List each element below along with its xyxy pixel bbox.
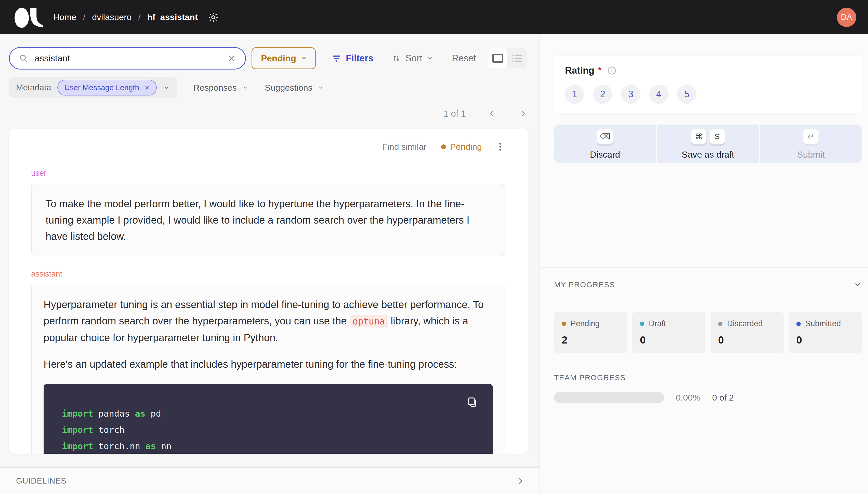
search-icon (19, 54, 28, 63)
rating-option-5[interactable]: 5 (677, 84, 697, 104)
keycap-icon: S (709, 129, 725, 144)
sort-icon (392, 54, 401, 63)
chevron-down-icon (853, 280, 862, 289)
metadata-dropdown-chevron-icon[interactable] (163, 84, 170, 91)
code-line: import pandas as pd (62, 405, 478, 422)
chevron-down-icon (301, 55, 307, 62)
stat-head: Pending (562, 319, 620, 328)
stat-card-pending: Pending2 (554, 312, 627, 353)
keycap-icon: ↵ (803, 129, 819, 144)
rating-option-4[interactable]: 4 (649, 84, 668, 104)
filters-button[interactable]: Filters (332, 53, 373, 64)
my-progress-section-header[interactable]: MY PROGRESS (554, 280, 862, 289)
record-status-badge[interactable]: Pending (441, 142, 482, 152)
metadata-label: Metadata (16, 83, 51, 92)
sort-label: Sort (405, 53, 422, 64)
responses-label: Responses (193, 83, 237, 93)
list-view-icon (511, 53, 523, 63)
metadata-filter-group: Metadata User Message Length × (9, 77, 177, 98)
team-progress-bar (554, 392, 664, 403)
stat-label: Pending (571, 319, 599, 328)
stat-card-discarded: Discarded0 (710, 312, 784, 353)
breadcrumb-item-Home[interactable]: Home (53, 12, 76, 22)
card-view-button[interactable] (488, 49, 507, 68)
stat-label: Draft (649, 319, 666, 328)
chip-label: User Message Length (64, 83, 140, 92)
chevron-right-icon (518, 109, 528, 118)
find-similar-button[interactable]: Find similar (382, 142, 426, 152)
action-label: Discard (590, 150, 620, 160)
card-view-icon (492, 54, 503, 63)
app-root: Home/dvilasuero/hf_assistant DA Pending (0, 0, 868, 494)
metadata-chip-user-message-length[interactable]: User Message Length × (57, 80, 157, 95)
breadcrumb: Home/dvilasuero/hf_assistant (53, 12, 198, 22)
user-message-bubble: To make the model perform better, I woul… (31, 184, 505, 256)
top-navbar: Home/dvilasuero/hf_assistant DA (0, 0, 868, 34)
status-dot (640, 322, 644, 326)
stat-label: Submitted (805, 319, 841, 328)
pagination: 1 of 1 (9, 107, 528, 121)
status-filter-dropdown[interactable]: Pending (252, 48, 316, 69)
record-menu-kebab-icon[interactable] (495, 141, 505, 152)
responses-dropdown[interactable]: Responses (193, 83, 248, 93)
chip-remove-icon[interactable]: × (145, 83, 150, 92)
filter-chips-row: Metadata User Message Length × Responses… (9, 77, 528, 98)
my-progress-title: MY PROGRESS (554, 280, 615, 289)
suggestions-dropdown[interactable]: Suggestions (265, 83, 324, 93)
stat-count: 0 (796, 334, 854, 346)
record-header: Find similar Pending (31, 129, 505, 152)
discard-button[interactable]: ⌫Discard (554, 125, 656, 163)
sort-button[interactable]: Sort (392, 53, 433, 64)
breadcrumb-item-hf_assistant[interactable]: hf_assistant (147, 12, 198, 22)
guidelines-bar[interactable]: GUIDELINES (0, 467, 539, 494)
search-box (9, 47, 246, 70)
clear-search-icon[interactable] (227, 54, 236, 63)
stat-count: 0 (640, 334, 698, 346)
keycap-icon: ⌘ (691, 129, 707, 144)
rating-option-3[interactable]: 3 (621, 84, 641, 104)
stat-label: Discarded (727, 319, 763, 328)
search-input[interactable] (35, 53, 221, 63)
argilla-logo-icon[interactable] (15, 6, 45, 29)
inline-code-optuna: optuna (350, 315, 388, 327)
save-as-draft-button[interactable]: ⌘SSave as draft (657, 125, 759, 163)
next-record-button[interactable] (518, 109, 528, 118)
assistant-message-paragraph-2: Here's an updated example that includes … (43, 356, 493, 372)
panel-divider (539, 267, 868, 268)
team-progress-row: 0.00% 0 of 2 (554, 392, 734, 403)
page-indicator: 1 of 1 (443, 109, 466, 119)
rating-option-1[interactable]: 1 (565, 84, 584, 104)
record-status-text: Pending (450, 142, 482, 152)
status-dot (718, 322, 722, 326)
shortcut-keys: ⌫ (597, 129, 613, 146)
submit-button[interactable]: ↵Submit (760, 125, 862, 163)
reset-button[interactable]: Reset (452, 53, 476, 64)
user-avatar[interactable]: DA (837, 8, 856, 27)
status-filter-label: Pending (261, 53, 296, 63)
status-dot (441, 145, 446, 149)
rating-option-2[interactable]: 2 (593, 84, 612, 104)
required-asterisk: * (598, 65, 602, 76)
copy-code-icon[interactable] (466, 396, 478, 408)
dataset-settings-gear-icon[interactable] (207, 12, 219, 23)
code-line: import torch.nn as nn (62, 438, 478, 454)
list-view-button[interactable] (507, 49, 527, 68)
rating-title-row: Rating * (565, 65, 851, 76)
team-progress-count: 0 of 2 (712, 393, 734, 403)
rating-question-card: Rating * 12345 (554, 55, 862, 115)
guidelines-label: GUIDELINES (16, 476, 67, 486)
action-label: Save as draft (682, 150, 734, 160)
previous-record-button[interactable] (487, 109, 497, 118)
breadcrumb-item-dvilasuero[interactable]: dvilasuero (92, 12, 131, 22)
stat-count: 0 (718, 334, 776, 346)
view-mode-toggle (488, 49, 527, 68)
team-progress-percent: 0.00% (676, 393, 700, 403)
chevron-down-icon (317, 84, 324, 91)
filters-label: Filters (346, 53, 373, 64)
info-icon[interactable] (607, 66, 616, 75)
stat-count: 2 (562, 334, 620, 346)
stat-card-submitted: Submitted0 (789, 312, 862, 353)
shortcut-keys: ⌘S (691, 129, 725, 146)
assistant-message-paragraph-1: Hyperparameter tuning is an essential st… (43, 297, 493, 346)
user-role-label: user (31, 169, 505, 178)
